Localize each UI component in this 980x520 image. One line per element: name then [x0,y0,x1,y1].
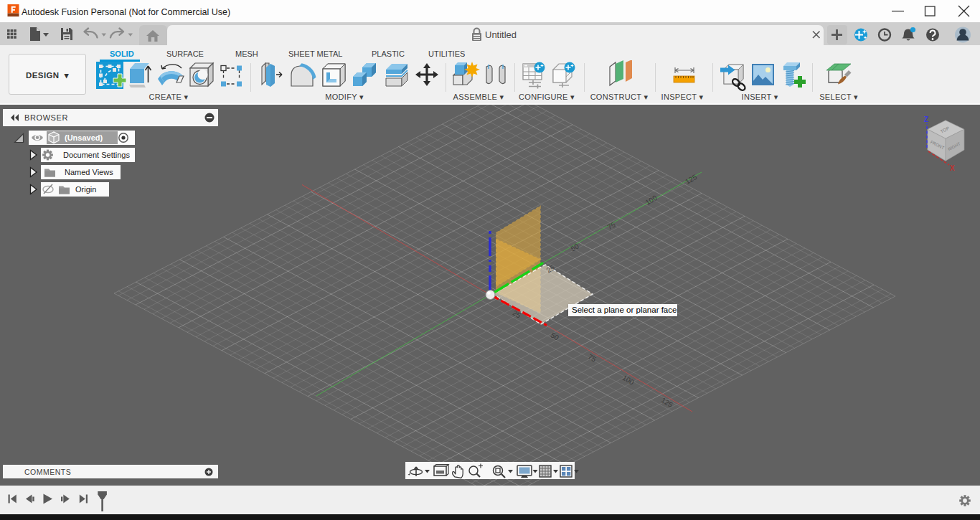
svg-text:X: X [950,164,955,172]
svg-text:100: 100 [621,374,636,387]
svg-text:100: 100 [644,194,659,207]
svg-text:75: 75 [606,220,618,231]
svg-text:Z: Z [924,115,928,123]
svg-text:125: 125 [684,173,698,186]
